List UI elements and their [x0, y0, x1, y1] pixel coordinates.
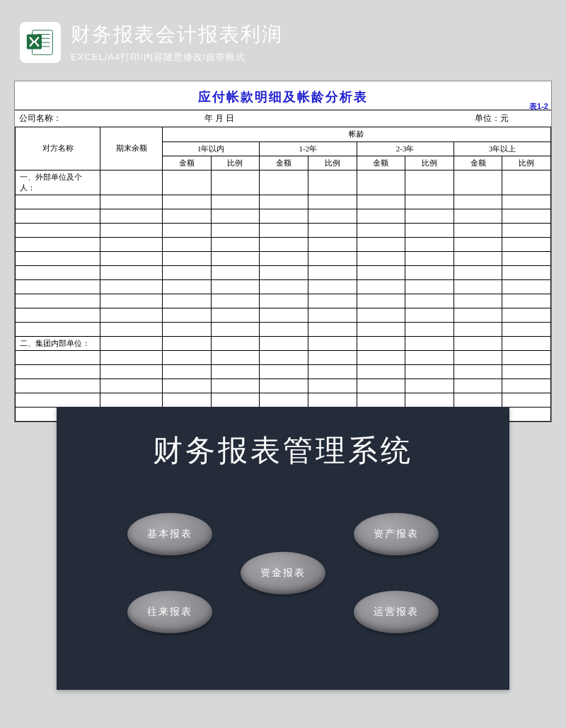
col-aging: 帐龄 [163, 127, 551, 141]
table-row [16, 393, 551, 407]
table-row [16, 364, 551, 379]
date-label: 年 月 日 [162, 110, 452, 127]
bucket-2: 2-3年 [357, 141, 454, 156]
section-2: 二、集团内部单位： [16, 336, 100, 350]
table-row [16, 265, 551, 279]
system-panel: 财务报表管理系统 基本报表 往来报表 资金报表 资产报表 运营报表 [57, 407, 509, 690]
unit-label: 单位：元 [452, 110, 551, 127]
col-amount: 金额 [454, 156, 502, 170]
bucket-1: 1-2年 [260, 141, 357, 156]
basic-report-button[interactable]: 基本报表 [127, 513, 212, 555]
page-header: 财务报表会计报表利润 EXCEL/A4打印/内容随意修改/自带格式 [14, 21, 552, 64]
table-row [16, 195, 551, 209]
asset-report-button[interactable]: 资产报表 [354, 513, 439, 555]
sheet-meta-row: 公司名称： 年 月 日 单位：元 [15, 110, 551, 127]
transaction-report-button[interactable]: 往来报表 [127, 591, 212, 633]
fund-report-button[interactable]: 资金报表 [241, 552, 325, 594]
table-row [16, 279, 551, 294]
table-row [16, 322, 551, 336]
col-party: 对方名称 [16, 127, 100, 170]
table-row [16, 294, 551, 308]
table-row [16, 308, 551, 322]
col-amount: 金额 [163, 156, 212, 170]
table-row [16, 209, 551, 223]
col-ratio: 比例 [502, 156, 551, 170]
table-row [16, 223, 551, 237]
bucket-3: 3年以上 [454, 141, 550, 156]
excel-icon [20, 22, 61, 63]
col-ratio: 比例 [211, 156, 260, 170]
col-amount: 金额 [260, 156, 308, 170]
table-row [16, 237, 551, 251]
col-balance: 期末余额 [100, 127, 163, 170]
table-row [16, 379, 551, 393]
col-amount: 金额 [357, 156, 405, 170]
spreadsheet-preview: 应付帐款明细及帐龄分析表 表1-2 公司名称： 年 月 日 单位：元 对方名称 … [14, 81, 552, 422]
operation-report-button[interactable]: 运营报表 [354, 591, 439, 633]
page-title: 财务报表会计报表利润 [71, 21, 283, 48]
sheet-code: 表1-2 [529, 101, 548, 112]
page-subtitle: EXCEL/A4打印/内容随意修改/自带格式 [71, 51, 283, 64]
aging-table: 对方名称 期末余额 帐龄 1年以内 1-2年 2-3年 3年以上 金额 比例 金… [15, 127, 551, 422]
panel-title: 财务报表管理系统 [57, 431, 509, 470]
col-ratio: 比例 [308, 156, 357, 170]
col-ratio: 比例 [405, 156, 454, 170]
bucket-0: 1年以内 [163, 141, 260, 156]
section-1: 一、外部单位及个人： [16, 170, 100, 195]
table-row [16, 350, 551, 364]
table-row [16, 251, 551, 265]
company-label: 公司名称： [15, 110, 162, 127]
sheet-title: 应付帐款明细及帐龄分析表 [15, 81, 551, 110]
